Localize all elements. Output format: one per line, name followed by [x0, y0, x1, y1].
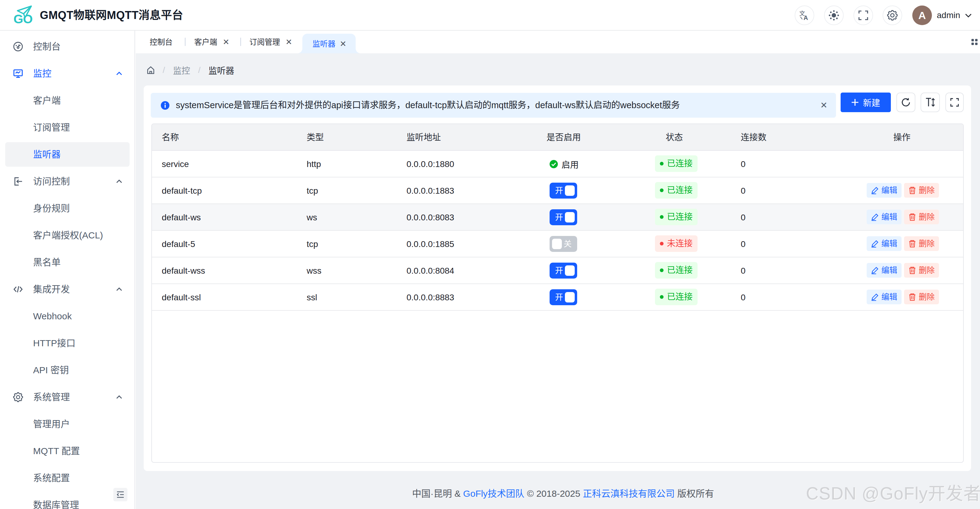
svg-text:A: A: [803, 14, 808, 21]
